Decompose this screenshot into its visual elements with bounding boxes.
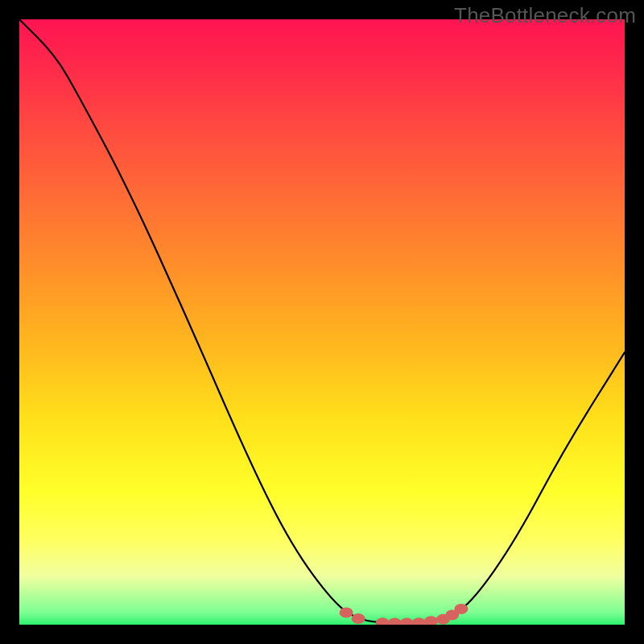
- marker-dot: [352, 613, 365, 624]
- bottleneck-curve: [19, 19, 625, 623]
- measured-markers: [340, 604, 469, 625]
- chart-container: TheBottleneck.com: [0, 0, 644, 644]
- marker-dot: [400, 618, 414, 625]
- marker-dot: [424, 616, 438, 625]
- marker-dot: [388, 618, 402, 625]
- marker-dot: [412, 617, 426, 625]
- marker-dot: [376, 617, 390, 625]
- marker-dot: [340, 607, 353, 617]
- chart-svg-layer: [19, 19, 625, 625]
- watermark-label: TheBottleneck.com: [454, 3, 636, 28]
- marker-dot: [454, 604, 468, 614]
